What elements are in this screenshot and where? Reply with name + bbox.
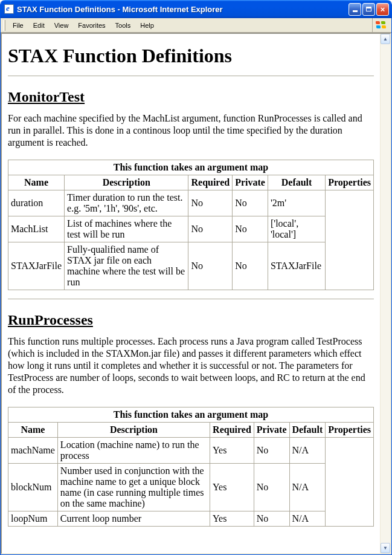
cell-required: No xyxy=(188,216,233,242)
windows-logo-icon xyxy=(376,21,387,30)
cell-private: No xyxy=(254,438,289,464)
table-caption: This function takes an argument map xyxy=(8,160,374,175)
table-row: MachList List of machines where the test… xyxy=(8,216,374,242)
cell-description: Number used in conjunction with the mach… xyxy=(57,464,210,511)
minimize-button[interactable] xyxy=(349,3,361,16)
menu-edit[interactable]: Edit xyxy=(28,20,50,31)
cell-required: Yes xyxy=(210,464,254,511)
table-caption-row: This function takes an argument map xyxy=(8,160,374,175)
col-default: Default xyxy=(289,423,326,438)
cell-default: '2m' xyxy=(268,190,325,216)
section-heading-monitortest: MonitorTest xyxy=(8,89,374,105)
col-description: Description xyxy=(65,175,188,190)
menubar-grip[interactable] xyxy=(3,20,5,31)
cell-name: MachList xyxy=(8,216,65,242)
arg-table-monitortest: This function takes an argument map Name… xyxy=(8,160,374,290)
table-caption: This function takes an argument map xyxy=(8,407,374,423)
cell-required: No xyxy=(188,242,233,290)
scroll-down-button[interactable]: ▼ xyxy=(381,543,390,553)
cell-required: Yes xyxy=(210,511,254,527)
cell-properties xyxy=(326,190,374,290)
table-row: loopNum Current loop number Yes No N/A xyxy=(8,511,374,527)
cell-default: N/A xyxy=(289,464,326,511)
menu-help[interactable]: Help xyxy=(135,20,159,31)
menu-favorites[interactable]: Favorites xyxy=(73,20,110,31)
section-heading-runprocesses: RunProcesses xyxy=(8,312,374,328)
col-name: Name xyxy=(8,175,65,190)
window-controls: × xyxy=(349,3,389,16)
arg-table-runprocesses: This function takes an argument map Name… xyxy=(8,407,374,527)
menubar: File Edit View Favorites Tools Help xyxy=(1,18,391,33)
divider xyxy=(8,299,374,300)
cell-default: N/A xyxy=(289,438,326,464)
cell-private: No xyxy=(254,464,289,511)
scroll-track[interactable] xyxy=(381,44,390,543)
close-button[interactable]: × xyxy=(376,3,389,16)
divider xyxy=(8,76,374,77)
menu-view[interactable]: View xyxy=(50,20,74,31)
section-description: This function runs multiple processes. E… xyxy=(8,336,374,396)
cell-name: STAXJarFile xyxy=(8,242,65,290)
vertical-scrollbar[interactable]: ▲ ▼ xyxy=(380,34,390,553)
page-content: STAX Function Definitions MonitorTest Fo… xyxy=(2,34,380,553)
col-description: Description xyxy=(57,423,210,438)
titlebar[interactable]: STAX Function Definitions - Microsoft In… xyxy=(1,0,391,18)
ie-throbber xyxy=(372,18,389,33)
col-properties: Properties xyxy=(326,175,374,190)
col-required: Required xyxy=(210,423,254,438)
table-caption-row: This function takes an argument map xyxy=(8,407,374,423)
cell-name: loopNum xyxy=(8,511,58,527)
cell-properties xyxy=(326,438,374,527)
page-title: STAX Function Definitions xyxy=(8,45,374,67)
table-row: STAXJarFile Fully-qualified name of STAX… xyxy=(8,242,374,290)
cell-name: blockNum xyxy=(8,464,58,511)
browser-window: STAX Function Definitions - Microsoft In… xyxy=(0,0,392,555)
ie-icon xyxy=(4,4,14,14)
cell-description: Timer duration to run the test. e.g. '5m… xyxy=(65,190,188,216)
section-description: For each machine specified by the MachLi… xyxy=(8,112,374,149)
col-name: Name xyxy=(8,423,58,438)
cell-required: No xyxy=(188,190,233,216)
cell-name: machName xyxy=(8,438,58,464)
maximize-button[interactable] xyxy=(362,3,375,16)
cell-private: No xyxy=(254,511,289,527)
cell-default: N/A xyxy=(289,511,326,527)
col-properties: Properties xyxy=(326,423,374,438)
table-row: blockNum Number used in conjunction with… xyxy=(8,464,374,511)
cell-name: duration xyxy=(8,190,65,216)
cell-private: No xyxy=(233,216,268,242)
cell-default: ['local', 'local'] xyxy=(268,216,325,242)
cell-description: List of machines where the test will be … xyxy=(65,216,188,242)
table-header-row: Name Description Required Private Defaul… xyxy=(8,175,374,190)
cell-private: No xyxy=(233,242,268,290)
table-row: machName Location (machine name) to run … xyxy=(8,438,374,464)
scroll-up-button[interactable]: ▲ xyxy=(381,34,390,44)
menu-file[interactable]: File xyxy=(8,20,28,31)
content-area: STAX Function Definitions MonitorTest Fo… xyxy=(1,33,391,554)
col-required: Required xyxy=(188,175,233,190)
window-title: STAX Function Definitions - Microsoft In… xyxy=(17,5,349,14)
col-private: Private xyxy=(233,175,268,190)
cell-required: Yes xyxy=(210,438,254,464)
cell-description: Fully-qualified name of STAX jar file on… xyxy=(65,242,188,290)
col-private: Private xyxy=(254,423,289,438)
menu-tools[interactable]: Tools xyxy=(111,20,136,31)
cell-default: STAXJarFile xyxy=(268,242,325,290)
table-header-row: Name Description Required Private Defaul… xyxy=(8,423,374,438)
col-default: Default xyxy=(268,175,325,190)
cell-private: No xyxy=(233,190,268,216)
table-row: duration Timer duration to run the test.… xyxy=(8,190,374,216)
cell-description: Current loop number xyxy=(57,511,210,527)
cell-description: Location (machine name) to run the proce… xyxy=(57,438,210,464)
